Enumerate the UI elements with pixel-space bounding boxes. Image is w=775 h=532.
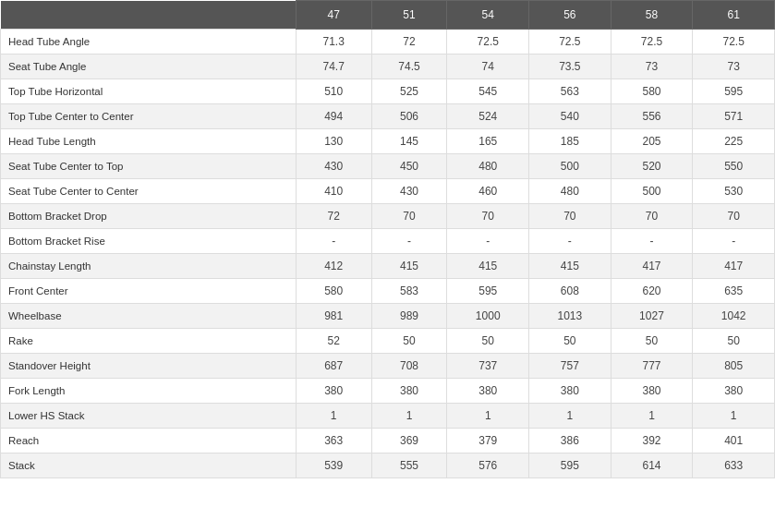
table-row: Reach363369379386392401 xyxy=(1,429,775,453)
table-row: Seat Tube Angle74.774.57473.57373 xyxy=(1,54,775,79)
row-cell: 1 xyxy=(447,404,529,429)
row-cell: 480 xyxy=(447,154,529,179)
table-row: Standover Height687708737757777805 xyxy=(1,354,775,379)
row-cell: 805 xyxy=(693,354,775,379)
row-label: Standover Height xyxy=(1,354,297,379)
row-cell: 571 xyxy=(693,104,775,129)
row-label: Lower HS Stack xyxy=(1,404,297,429)
row-cell: 386 xyxy=(529,429,612,453)
row-label: Head Tube Angle xyxy=(1,30,297,54)
row-cell: 185 xyxy=(529,129,612,154)
table-row: Lower HS Stack111111 xyxy=(1,404,775,429)
row-cell: 556 xyxy=(611,104,693,129)
row-cell: 1 xyxy=(529,404,612,429)
row-cell: 525 xyxy=(371,79,447,104)
row-cell: 165 xyxy=(447,129,529,154)
row-cell: 225 xyxy=(693,129,775,154)
table-row: Fork Length380380380380380380 xyxy=(1,379,775,404)
row-label: Chainstay Length xyxy=(1,254,297,279)
row-cell: 520 xyxy=(611,154,693,179)
row-label: Fork Length xyxy=(1,379,297,404)
row-cell: 73 xyxy=(611,54,693,79)
row-cell: 506 xyxy=(371,104,447,129)
header-row: 47 51 54 56 58 61 xyxy=(1,1,775,30)
row-cell: 539 xyxy=(296,453,371,478)
header-col-61: 61 xyxy=(693,1,775,30)
row-cell: 1 xyxy=(371,404,447,429)
header-col-47: 47 xyxy=(296,1,371,30)
row-label: Seat Tube Angle xyxy=(1,54,297,79)
row-cell: 635 xyxy=(693,279,775,304)
row-label: Reach xyxy=(1,429,297,453)
table-row: Front Center580583595608620635 xyxy=(1,279,775,304)
row-cell: 500 xyxy=(611,179,693,204)
row-cell: 70 xyxy=(529,204,612,229)
row-cell: 72.5 xyxy=(693,30,775,54)
row-cell: 50 xyxy=(529,329,612,354)
row-cell: 580 xyxy=(296,279,371,304)
row-cell: 1042 xyxy=(693,304,775,329)
row-cell: 412 xyxy=(296,254,371,279)
row-cell: 50 xyxy=(447,329,529,354)
row-cell: 379 xyxy=(447,429,529,453)
row-cell: 500 xyxy=(529,154,612,179)
row-cell: 363 xyxy=(296,429,371,453)
row-cell: 981 xyxy=(296,304,371,329)
row-cell: 205 xyxy=(611,129,693,154)
row-cell: 380 xyxy=(529,379,612,404)
row-cell: 70 xyxy=(693,204,775,229)
row-cell: 52 xyxy=(296,329,371,354)
table-row: Bottom Bracket Drop727070707070 xyxy=(1,204,775,229)
row-cell: 633 xyxy=(693,453,775,478)
table-row: Head Tube Length130145165185205225 xyxy=(1,129,775,154)
header-col-56: 56 xyxy=(529,1,612,30)
row-cell: 777 xyxy=(611,354,693,379)
row-cell: 460 xyxy=(447,179,529,204)
header-label-col xyxy=(1,1,297,30)
row-cell: 417 xyxy=(693,254,775,279)
row-cell: 70 xyxy=(371,204,447,229)
row-label: Top Tube Horizontal xyxy=(1,79,297,104)
row-cell: 563 xyxy=(529,79,612,104)
row-cell: 545 xyxy=(447,79,529,104)
row-cell: 757 xyxy=(529,354,612,379)
row-cell: 989 xyxy=(371,304,447,329)
table-row: Bottom Bracket Rise------ xyxy=(1,229,775,254)
geometry-table: 47 51 54 56 58 61 Head Tube Angle71.3727… xyxy=(0,0,775,478)
row-label: Top Tube Center to Center xyxy=(1,104,297,129)
row-cell: 50 xyxy=(693,329,775,354)
row-cell: 415 xyxy=(529,254,612,279)
row-cell: 380 xyxy=(296,379,371,404)
row-cell: 72 xyxy=(296,204,371,229)
table-row: Stack539555576595614633 xyxy=(1,453,775,478)
row-cell: 415 xyxy=(447,254,529,279)
row-cell: 583 xyxy=(371,279,447,304)
row-cell: 145 xyxy=(371,129,447,154)
row-cell: - xyxy=(529,229,612,254)
row-cell: 380 xyxy=(447,379,529,404)
row-cell: 614 xyxy=(611,453,693,478)
row-cell: 72 xyxy=(371,30,447,54)
row-cell: 1013 xyxy=(529,304,612,329)
row-cell: 74.7 xyxy=(296,54,371,79)
row-cell: 1027 xyxy=(611,304,693,329)
row-cell: 595 xyxy=(529,453,612,478)
row-cell: 73 xyxy=(693,54,775,79)
row-label: Stack xyxy=(1,453,297,478)
row-cell: 74 xyxy=(447,54,529,79)
geometry-table-container: 47 51 54 56 58 61 Head Tube Angle71.3727… xyxy=(0,0,775,478)
row-label: Head Tube Length xyxy=(1,129,297,154)
table-row: Seat Tube Center to Top43045048050052055… xyxy=(1,154,775,179)
row-cell: 380 xyxy=(611,379,693,404)
row-cell: 401 xyxy=(693,429,775,453)
row-cell: 50 xyxy=(371,329,447,354)
row-cell: 687 xyxy=(296,354,371,379)
row-cell: 530 xyxy=(693,179,775,204)
row-cell: - xyxy=(371,229,447,254)
row-cell: 1 xyxy=(296,404,371,429)
table-row: Top Tube Center to Center494506524540556… xyxy=(1,104,775,129)
row-label: Bottom Bracket Rise xyxy=(1,229,297,254)
row-cell: 550 xyxy=(693,154,775,179)
row-cell: 580 xyxy=(611,79,693,104)
row-cell: 72.5 xyxy=(447,30,529,54)
